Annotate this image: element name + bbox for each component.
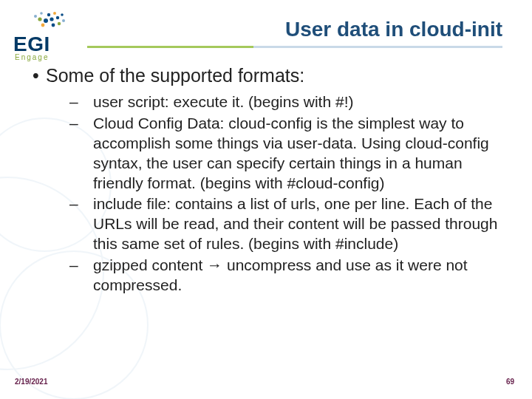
title-underline — [87, 46, 502, 48]
content-body: •Some of the supported formats: –user sc… — [33, 65, 504, 297]
svg-point-7 — [34, 15, 37, 18]
svg-point-5 — [56, 16, 59, 19]
heading-line: •Some of the supported formats: — [33, 65, 504, 86]
list-item: –include file: contains a list of urls, … — [81, 194, 504, 254]
footer-page-number: 69 — [506, 378, 514, 386]
svg-point-12 — [58, 22, 61, 25]
item-text: gzipped content → uncompress and use as … — [93, 256, 468, 293]
svg-point-4 — [50, 17, 53, 21]
item-text: include file: contains a list of urls, o… — [93, 195, 497, 252]
logo-name: EGI — [13, 33, 50, 55]
svg-point-9 — [53, 12, 56, 15]
logo-dots-icon — [13, 9, 80, 34]
svg-point-13 — [62, 19, 65, 22]
list-item: –user script: execute it. (begins with #… — [81, 92, 504, 112]
svg-point-14 — [61, 13, 64, 16]
svg-point-11 — [52, 24, 55, 27]
list-item: –gzipped content → uncompress and use as… — [81, 256, 504, 296]
item-text: user script: execute it. (begins with #!… — [93, 93, 353, 110]
svg-point-3 — [44, 18, 48, 23]
item-text: Cloud Config Data: cloud-config is the s… — [93, 115, 489, 191]
logo: EGI Engage — [13, 9, 80, 61]
svg-point-10 — [41, 24, 45, 27]
slide-title: User data in cloud-init — [285, 18, 502, 41]
svg-point-15 — [40, 12, 43, 15]
footer-date: 2/19/2021 — [15, 378, 48, 386]
heading-text: Some of the supported formats: — [46, 65, 304, 86]
svg-point-8 — [47, 13, 50, 16]
svg-point-6 — [38, 17, 41, 21]
logo-tagline: Engage — [15, 53, 80, 61]
list-item: –Cloud Config Data: cloud-config is the … — [81, 114, 504, 194]
